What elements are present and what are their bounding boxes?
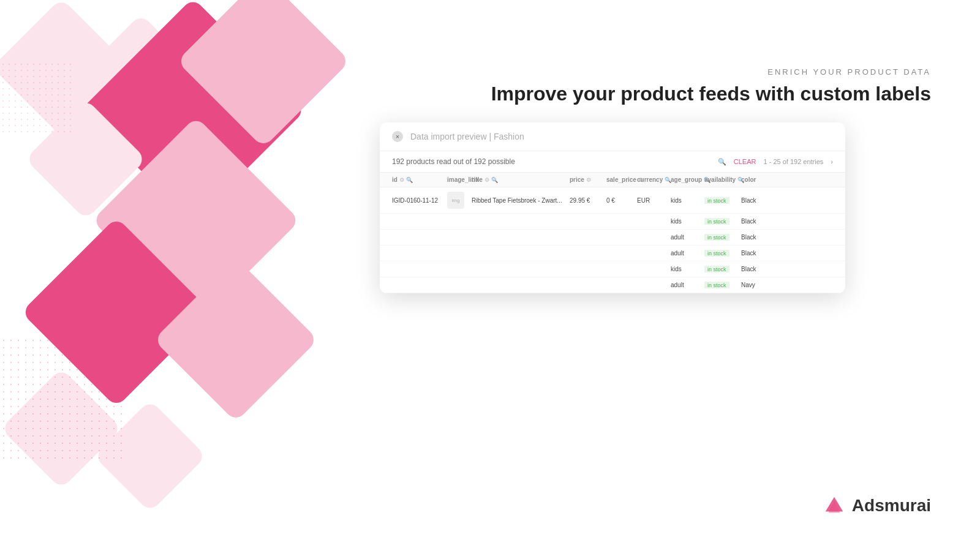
table-header-row: id ⚙🔍 image_link title ⚙🔍 price ⚙ sale_p… <box>380 173 845 187</box>
col-header-color: color <box>741 176 772 183</box>
cell-price: 29.95 € <box>570 197 606 204</box>
diamond-10 <box>94 400 206 512</box>
cell-id: IGID-0160-11-12 <box>392 197 447 204</box>
diamond-2 <box>63 14 219 170</box>
col-header-sale-price: sale_price ⚙ <box>606 176 637 183</box>
table-row: adult in stock Navy <box>380 277 845 293</box>
diamond-3 <box>80 0 306 223</box>
table-row: adult in stock Black <box>380 246 845 261</box>
cell-color: Black <box>741 197 772 204</box>
col-header-title: title ⚙🔍 <box>472 176 570 183</box>
diamond-4 <box>177 0 350 148</box>
col-header-age-group: age_group 🔍 <box>671 176 704 183</box>
hero-subtitle: ENRICH YOUR PRODUCT DATA <box>491 67 931 77</box>
cell-age-group: kids <box>671 197 704 204</box>
hero-title: Improve your product feeds with custom l… <box>491 83 931 105</box>
hero-section: ENRICH YOUR PRODUCT DATA Improve your pr… <box>491 67 931 105</box>
adsmurai-logo-icon <box>823 494 846 517</box>
window-title: Data import preview | Fashion <box>410 132 524 141</box>
table-row: IGID-0160-11-12 img Ribbed Tape Fietsbro… <box>380 187 845 214</box>
cell-sale-price: 0 € <box>606 197 637 204</box>
cell-currency: EUR <box>637 197 671 204</box>
diamond-9 <box>1 368 122 489</box>
data-table: id ⚙🔍 image_link title ⚙🔍 price ⚙ sale_p… <box>380 173 845 293</box>
next-page-icon[interactable]: › <box>831 158 833 165</box>
col-header-currency: currency 🔍 <box>637 176 671 183</box>
table-row: kids in stock Black <box>380 214 845 230</box>
col-header-id: id ⚙🔍 <box>392 176 447 183</box>
pagination-info: 1 - 25 of 192 entries <box>763 158 823 165</box>
adsmurai-logo: Adsmurai <box>823 494 931 517</box>
search-icon: 🔍 <box>718 158 726 166</box>
cell-availability: in stock <box>704 197 741 204</box>
diamond-6 <box>92 116 300 324</box>
table-row: kids in stock Black <box>380 261 845 277</box>
window-header: × Data import preview | Fashion <box>380 122 845 151</box>
diamond-8 <box>154 258 318 422</box>
diamond-5 <box>25 99 146 220</box>
diamond-1 <box>0 0 130 137</box>
dot-pattern-2 <box>0 61 74 135</box>
table-actions: 🔍 CLEAR 1 - 25 of 192 entries › <box>718 158 833 166</box>
close-button[interactable]: × <box>392 131 403 142</box>
table-row: adult in stock Black <box>380 230 845 246</box>
table-header-bar: 192 products read out of 192 possible 🔍 … <box>380 151 845 173</box>
ui-container: × Data import preview | Fashion 192 prod… <box>380 122 845 293</box>
data-preview-window: × Data import preview | Fashion 192 prod… <box>380 122 845 293</box>
col-header-availability: availability 🔍 <box>704 176 741 183</box>
background-decoration <box>0 0 343 551</box>
dot-pattern <box>0 337 123 459</box>
diamond-7 <box>21 217 211 407</box>
clear-button[interactable]: CLEAR <box>734 158 756 165</box>
col-header-price: price ⚙ <box>570 176 606 183</box>
col-header-image: image_link <box>447 176 472 183</box>
products-stats: 192 products read out of 192 possible <box>392 157 515 166</box>
cell-image: img <box>447 192 472 209</box>
adsmurai-logo-text: Adsmurai <box>852 496 931 515</box>
cell-title: Ribbed Tape Fietsbroek - Zwart... <box>472 197 570 204</box>
